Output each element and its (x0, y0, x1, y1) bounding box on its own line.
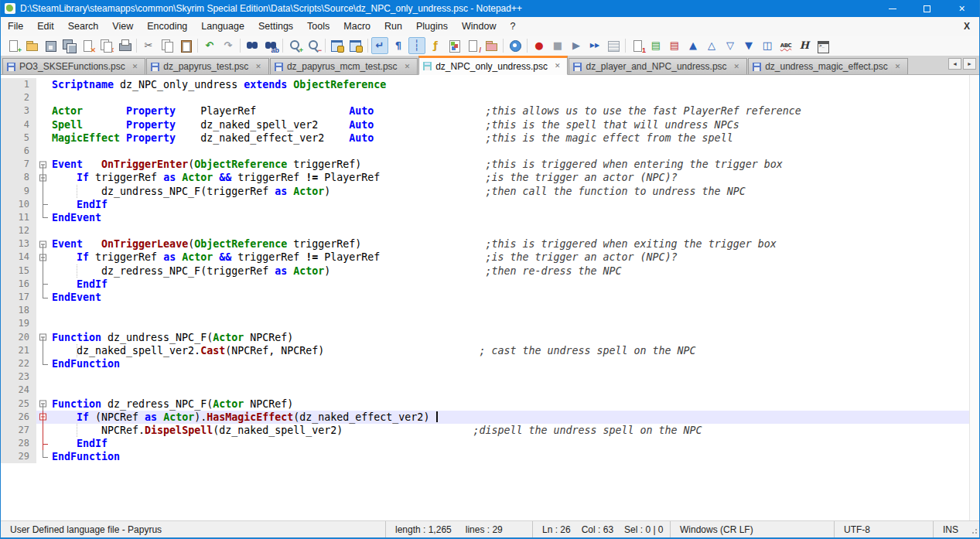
bookmark-button[interactable]: 1 (629, 37, 646, 54)
console-button[interactable] (814, 37, 831, 54)
status-eol-format[interactable]: Windows (CR LF) (670, 521, 834, 537)
minimize-button[interactable] (875, 0, 910, 17)
code-line-15[interactable]: dz_redress_NPC_F(triggerRef as Actor) ;t… (50, 264, 979, 278)
code-line-17[interactable]: EndEvent (50, 291, 979, 304)
macro-stop-button[interactable]: ■ (549, 37, 566, 54)
zoom-in-button[interactable]: + (286, 37, 303, 54)
menu-item-help[interactable]: ? (503, 17, 522, 36)
tab-PO3_SKSEFunctions.psc[interactable]: PO3_SKSEFunctions.psc✕ (2, 58, 145, 74)
word-wrap-button[interactable]: ↵ (371, 37, 388, 54)
code-line-24[interactable] (50, 384, 979, 397)
tab-close-icon[interactable]: ✕ (253, 62, 264, 72)
resize-grip[interactable] (968, 525, 978, 534)
menu-item-settings[interactable]: Settings (251, 17, 300, 36)
menu-item-encoding[interactable]: Encoding (140, 17, 194, 36)
close-file-button[interactable]: ✕ (79, 37, 96, 54)
bookmark-prev-button[interactable]: △ (703, 37, 720, 54)
code-line-18[interactable] (50, 304, 979, 317)
tab-close-icon[interactable]: ✕ (130, 62, 141, 72)
code-line-25[interactable]: Function dz_redress_NPC_F(Actor NPCRef) (50, 397, 979, 411)
code-line-12[interactable] (50, 224, 979, 237)
close-all-button[interactable]: ✕ (97, 37, 114, 54)
menu-item-tools[interactable]: Tools (300, 17, 336, 36)
vertical-scrollbar[interactable] (969, 75, 979, 520)
tab-close-icon[interactable]: ✕ (893, 62, 903, 72)
code-line-10[interactable]: EndIf (50, 198, 979, 211)
paste-button[interactable] (177, 37, 194, 54)
editor[interactable]: 1Scriptname dz_NPC_only_undress extends … (1, 75, 979, 520)
code-line-11[interactable]: EndEvent (50, 211, 979, 224)
sync-scroll-vertical-button[interactable] (329, 37, 346, 54)
tab-dz_undress_magic_effect.psc[interactable]: dz_undress_magic_effect.psc✕ (748, 58, 908, 74)
print-button[interactable] (116, 37, 133, 54)
macro-record-button[interactable]: ● (531, 37, 548, 54)
code-line-2[interactable] (50, 91, 979, 104)
code-line-22[interactable]: EndFunction (50, 357, 979, 370)
open-file-button[interactable] (23, 37, 40, 54)
unfold-all-button[interactable]: ▼ (740, 37, 757, 54)
code-line-19[interactable] (50, 317, 979, 330)
tab-close-icon[interactable]: ✕ (732, 62, 743, 72)
close-button[interactable]: × (944, 0, 979, 17)
tab-scroll-right-button[interactable]: ► (963, 58, 976, 70)
document-map-button[interactable] (446, 37, 463, 54)
code-line-7[interactable]: Event OnTriggerEnter(ObjectReference tri… (50, 158, 979, 171)
code-line-6[interactable] (50, 145, 979, 158)
code-line-16[interactable]: EndIf (50, 278, 979, 291)
menu-item-edit[interactable]: Edit (30, 17, 61, 36)
fold-all-button[interactable]: ▲ (685, 37, 702, 54)
redo-button[interactable]: ↷ (220, 37, 237, 54)
spell-check-button[interactable]: ABC (777, 37, 794, 54)
show-indent-guide-button[interactable]: ┆ (408, 37, 425, 54)
undo-button[interactable]: ↶ (201, 37, 218, 54)
code-line-20[interactable]: Function dz_undress_NPC_F(Actor NPCRef) (50, 331, 979, 344)
menu-item-file[interactable]: File (1, 17, 30, 36)
status-insert-mode[interactable]: INS (933, 521, 968, 537)
tab-dz_papyrus_mcm_test.psc[interactable]: dz_papyrus_mcm_test.psc✕ (270, 58, 418, 74)
compare-button[interactable]: ◫ (759, 37, 776, 54)
code-line-5[interactable]: MagicEffect Property dz_naked_effect_ver… (50, 131, 979, 145)
code-line-28[interactable]: EndIf (50, 437, 979, 450)
menu-item-search[interactable]: Search (61, 17, 106, 36)
menu-item-plugins[interactable]: Plugins (409, 17, 455, 36)
html-preview-button[interactable]: H (796, 37, 813, 54)
save-all-button[interactable] (60, 37, 77, 54)
replace-button[interactable]: ab (262, 37, 279, 54)
cut-button[interactable]: ✂ (140, 37, 157, 54)
code-line-14[interactable]: If triggerRef as Actor && triggerRef != … (50, 251, 979, 264)
tab-close-icon[interactable]: ✕ (402, 62, 413, 72)
menu-item-macro[interactable]: Macro (336, 17, 377, 36)
show-all-characters-button[interactable]: ¶ (390, 37, 407, 54)
code-line-3[interactable]: Actor Property PlayerRef Auto ;this allo… (50, 104, 979, 118)
folder-as-workspace-button[interactable] (483, 37, 500, 54)
code-line-23[interactable] (50, 370, 979, 384)
function-list-button[interactable]: ƒ (427, 37, 444, 54)
macro-run-multiple-button[interactable]: ▶▶ (586, 37, 603, 54)
tab-close-icon[interactable]: ✕ (552, 61, 563, 71)
close-document-button[interactable]: X (954, 21, 979, 32)
macro-playback-button[interactable]: ▶ (568, 37, 585, 54)
macro-save-button[interactable] (605, 37, 622, 54)
code-line-13[interactable]: Event OnTriggerLeave(ObjectReference tri… (50, 237, 979, 251)
bookmark-next-button[interactable]: ▽ (722, 37, 739, 54)
code-line-9[interactable]: dz_undress_NPC_F(triggerRef as Actor) ;t… (50, 185, 979, 198)
hide-lines-button[interactable]: ▤ (666, 37, 683, 54)
new-file-button[interactable]: + (5, 37, 22, 54)
save-file-button[interactable] (42, 37, 59, 54)
code-line-4[interactable]: Spell Property dz_naked_spell_ver2 Auto … (50, 118, 979, 131)
code-line-26[interactable]: If (NPCRef as Actor).HasMagicEffect(dz_n… (50, 411, 979, 424)
copy-button[interactable] (159, 37, 176, 54)
menu-item-window[interactable]: Window (455, 17, 503, 36)
document-list-button[interactable]: / (464, 37, 481, 54)
maximize-button[interactable] (910, 0, 944, 17)
tab-dz_NPC_only_undress.psc[interactable]: dz_NPC_only_undress.psc✕ (418, 56, 568, 75)
zoom-out-button[interactable]: − (305, 37, 322, 54)
menu-item-run[interactable]: Run (377, 17, 409, 36)
monitoring-button[interactable] (507, 37, 524, 54)
code-line-29[interactable]: EndFunction (50, 450, 979, 463)
status-encoding[interactable]: UTF-8 (834, 521, 933, 537)
menu-item-language[interactable]: Language (194, 17, 251, 36)
show-lines-button[interactable]: ▤ (647, 37, 664, 54)
code-line-8[interactable]: If triggerRef as Actor && triggerRef != … (50, 171, 979, 184)
code-line-1[interactable]: Scriptname dz_NPC_only_undress extends O… (50, 78, 979, 91)
